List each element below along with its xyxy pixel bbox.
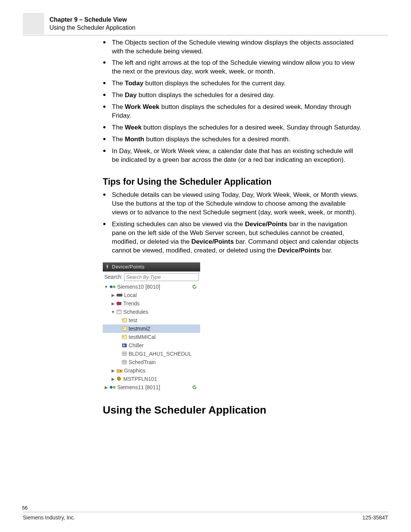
page-footer: Siemens Industry, Inc. 125-3584T bbox=[23, 512, 388, 521]
trends-icon bbox=[116, 301, 122, 306]
tree-label: SchedTrain bbox=[129, 359, 156, 366]
bullet-item: The left and right arrows at the top of … bbox=[103, 59, 362, 76]
tree-label: testMMICal bbox=[129, 334, 156, 341]
page-number: 56 bbox=[22, 505, 27, 511]
tree-label: Local bbox=[124, 292, 137, 299]
svg-point-25 bbox=[110, 386, 113, 389]
chevron-right-icon[interactable]: ▶ bbox=[104, 385, 108, 390]
tree-item-mstp[interactable]: ▶ MSTPFLN101 bbox=[103, 375, 200, 383]
calendar-small-icon bbox=[122, 351, 127, 356]
bullet-list-1: The Objects section of the Schedule view… bbox=[103, 38, 362, 165]
tree-item-test[interactable]: test bbox=[103, 316, 200, 324]
content-area: The Objects section of the Schedule view… bbox=[103, 38, 362, 417]
svg-rect-10 bbox=[123, 320, 124, 320]
tree-item-schedtrain[interactable]: SchedTrain bbox=[103, 358, 200, 366]
svg-rect-0 bbox=[107, 267, 107, 269]
bullet-item: The Today button displays the schedules … bbox=[103, 79, 362, 88]
tree-label: Siemens11 [8011] bbox=[117, 384, 160, 391]
tree-label: Siemens10 [8010] bbox=[117, 283, 160, 291]
tree-label: Trends bbox=[123, 300, 140, 307]
refresh-icon[interactable] bbox=[192, 385, 199, 390]
chevron-down-icon[interactable]: ▼ bbox=[104, 284, 108, 290]
tree-label: BLDG1_AHU1_SCHEDUL bbox=[129, 350, 192, 358]
heading-using: Using the Scheduler Application bbox=[103, 403, 362, 417]
schedule-item-icon bbox=[122, 318, 127, 323]
tree-item-siemens10[interactable]: ▼ Siemens10 [8010] bbox=[103, 283, 200, 291]
header-divider bbox=[23, 35, 388, 35]
chevron-down-icon[interactable]: ▼ bbox=[111, 309, 115, 315]
tree-item-testmmical[interactable]: testMMICal bbox=[103, 333, 200, 341]
svg-point-1 bbox=[110, 286, 113, 288]
bullet-item: Schedule details can be viewed using Tod… bbox=[103, 191, 362, 217]
tree-item-graphics[interactable]: ▶ Graphics bbox=[103, 366, 200, 375]
tree-item-chiller[interactable]: Chiller bbox=[103, 341, 200, 350]
svg-rect-20 bbox=[122, 360, 127, 364]
network-node-icon bbox=[110, 385, 116, 390]
tree-item-schedules[interactable]: ▼ Schedules bbox=[103, 308, 200, 316]
tree-item-local[interactable]: ▶ Local bbox=[103, 291, 200, 299]
terminal-icon bbox=[116, 376, 122, 382]
svg-rect-6 bbox=[119, 302, 121, 305]
chapter-title: Chapter 9 – Schedule View bbox=[49, 16, 388, 24]
thumbtack-icon bbox=[105, 265, 110, 269]
tree-label: testmmi2 bbox=[129, 325, 150, 332]
chevron-right-icon[interactable]: ▶ bbox=[111, 368, 115, 374]
heading-tips: Tips for Using the Scheduler Application bbox=[103, 176, 362, 188]
command-icon bbox=[122, 343, 127, 348]
folder-graphics-icon bbox=[116, 368, 123, 373]
device-icon bbox=[116, 293, 123, 297]
tree-label: MSTPFLN101 bbox=[123, 375, 157, 383]
svg-rect-13 bbox=[122, 335, 127, 339]
svg-rect-12 bbox=[123, 328, 124, 329]
chevron-right-icon[interactable]: ▶ bbox=[111, 301, 115, 307]
svg-rect-11 bbox=[122, 327, 127, 331]
svg-point-24 bbox=[120, 370, 121, 372]
tree-label: Graphics bbox=[124, 367, 145, 374]
calendar-small-icon bbox=[122, 360, 127, 364]
schedule-item-icon bbox=[122, 326, 127, 331]
network-node-icon bbox=[110, 284, 116, 289]
calendar-icon bbox=[116, 310, 122, 314]
svg-rect-3 bbox=[117, 294, 122, 296]
chevron-right-icon[interactable]: ▶ bbox=[111, 292, 115, 298]
refresh-icon[interactable] bbox=[192, 284, 199, 289]
svg-rect-14 bbox=[123, 336, 124, 337]
tree-item-testmmi2[interactable]: testmmi2 bbox=[103, 324, 200, 333]
schedule-item-icon bbox=[122, 335, 127, 339]
svg-point-26 bbox=[113, 386, 116, 389]
footer-left: Siemens Industry, Inc. bbox=[23, 514, 75, 521]
panel-search-row: Search: bbox=[103, 272, 200, 283]
chevron-right-icon[interactable]: ▶ bbox=[111, 376, 115, 382]
tree-item-siemens11[interactable]: ▶ Siemens11 [8011] bbox=[103, 383, 200, 391]
search-input[interactable] bbox=[124, 273, 199, 281]
svg-rect-9 bbox=[122, 318, 127, 322]
svg-rect-16 bbox=[122, 352, 127, 356]
bullet-item: The Objects section of the Schedule view… bbox=[103, 38, 362, 56]
tree-label: Chiller bbox=[129, 342, 144, 349]
search-label: Search: bbox=[104, 273, 123, 281]
svg-point-2 bbox=[113, 286, 116, 288]
tree-label: Schedules bbox=[123, 308, 148, 316]
bullet-item: The Month button displays the schedules … bbox=[103, 135, 362, 144]
tree-label: test bbox=[129, 317, 137, 324]
bullet-list-2: Schedule details can be viewed using Tod… bbox=[103, 191, 362, 255]
bullet-item: In Day, Week, or Work Week view, a calen… bbox=[103, 147, 362, 165]
bullet-item: The Day button displays the schedules fo… bbox=[103, 91, 362, 100]
device-points-panel: Device/Points Search: ▼ Siemens10 [8010]… bbox=[103, 262, 200, 391]
chapter-subtitle: Using the Scheduler Application bbox=[49, 24, 388, 32]
tree-item-bldg[interactable]: BLDG1_AHU1_SCHEDUL bbox=[103, 350, 200, 358]
page-header: Chapter 9 – Schedule View Using the Sche… bbox=[49, 14, 388, 32]
header-graybox bbox=[23, 13, 44, 34]
tree-item-trends[interactable]: ▶ Trends bbox=[103, 299, 200, 308]
footer-right: 125-3584T bbox=[362, 514, 388, 521]
panel-titlebar: Device/Points bbox=[103, 262, 200, 272]
bullet-item: The Week button displays the schedules f… bbox=[103, 123, 362, 132]
panel-title: Device/Points bbox=[112, 264, 145, 270]
svg-rect-8 bbox=[117, 310, 121, 311]
bullet-item: The Work Week button displays the schedu… bbox=[103, 103, 362, 120]
bullet-item: Existing schedules can also be viewed vi… bbox=[103, 220, 362, 255]
